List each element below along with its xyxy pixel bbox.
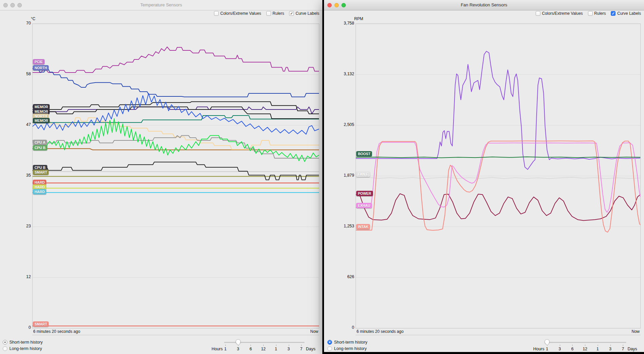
radio-button[interactable] bbox=[327, 340, 332, 345]
slider-tick bbox=[585, 345, 585, 346]
checkbox-box[interactable] bbox=[266, 11, 271, 16]
slider-tick bbox=[289, 345, 289, 346]
checkbox-box[interactable] bbox=[214, 11, 219, 16]
series-memory-indigo bbox=[33, 107, 319, 114]
y-axis-tick-label: 58 bbox=[1, 72, 31, 76]
series-cpu-a-gray bbox=[33, 136, 319, 158]
series-memory-blue bbox=[33, 93, 319, 134]
slider-tick bbox=[598, 345, 598, 346]
y-axis-tick-label: 23 bbox=[1, 224, 31, 228]
radio-long-term-history[interactable]: Long-term history bbox=[3, 345, 43, 352]
zoom-button[interactable] bbox=[17, 3, 22, 7]
y-axis-tick-label: 626 bbox=[324, 274, 354, 279]
titlebar[interactable]: Fan Revolution Sensors bbox=[324, 0, 644, 10]
checkbox-colors-extreme-values[interactable]: Colors/Extreme Values bbox=[214, 11, 261, 16]
temperature-sensors-window: Temperature Sensors Colors/Extreme Value… bbox=[0, 0, 322, 354]
y-axis-tick-label: 47 bbox=[1, 122, 31, 127]
y-axis-unit: RPM bbox=[354, 16, 363, 21]
slider-tick-label: 12 bbox=[261, 347, 266, 351]
slider-thumb[interactable] bbox=[545, 339, 550, 344]
slider-prefix-label: Hours bbox=[532, 347, 544, 351]
radio-button[interactable] bbox=[327, 346, 332, 351]
series-intake-salmon bbox=[356, 141, 640, 232]
y-axis-tick-label: 3,758 bbox=[324, 21, 354, 26]
radio-label: Long-term history bbox=[334, 346, 367, 351]
slider-tick bbox=[610, 345, 611, 346]
chart-canvas bbox=[33, 24, 319, 328]
curve-label-smart: SMART bbox=[33, 321, 49, 327]
slider-suffix-label: Days bbox=[628, 347, 637, 351]
slider-tick-label: 3 bbox=[237, 347, 239, 351]
window-title: Fan Revolution Sensors bbox=[324, 0, 644, 10]
series-memory-black-1 bbox=[33, 102, 319, 114]
traffic-lights bbox=[327, 3, 346, 7]
y-axis-tick-label: 0 bbox=[324, 325, 354, 330]
checkbox-label: Curve Labels bbox=[617, 11, 641, 16]
slider-tick-label: 1 bbox=[224, 347, 227, 351]
temperature-chart: PCIENORTHMEMORMEMORNORTHMEMORCPU ACPU BC… bbox=[32, 24, 319, 328]
time-range-slider: Hours13612137Days bbox=[532, 337, 640, 352]
minimize-button[interactable] bbox=[10, 3, 15, 7]
curve-label-memor: MEMOR bbox=[33, 118, 50, 123]
radio-long-term-history[interactable]: Long-term history bbox=[327, 345, 367, 352]
series-memory-black-2 bbox=[33, 107, 319, 119]
slider-tick-label: 12 bbox=[583, 347, 587, 351]
slider-tick bbox=[276, 345, 276, 346]
zoom-button[interactable] bbox=[341, 3, 346, 7]
checkbox-label: Colors/Extreme Values bbox=[542, 11, 583, 16]
slider-tick-label: 1 bbox=[546, 347, 548, 351]
curve-label-power: POWER bbox=[356, 191, 373, 196]
y-axis-tick-label: 0 bbox=[1, 325, 31, 330]
y-axis-tick-label: 1,253 bbox=[324, 224, 354, 228]
titlebar[interactable]: Temperature Sensors bbox=[0, 0, 322, 10]
close-button[interactable] bbox=[3, 3, 8, 7]
slider-tick-label: 6 bbox=[571, 347, 574, 351]
x-axis-end-label: Now bbox=[632, 329, 640, 334]
slider-tick bbox=[572, 345, 573, 346]
checkbox-box[interactable] bbox=[536, 11, 540, 16]
close-button[interactable] bbox=[327, 3, 332, 7]
radio-button[interactable] bbox=[3, 346, 7, 351]
slider-tick-label: 3 bbox=[558, 347, 561, 351]
chart-canvas bbox=[356, 24, 640, 328]
checkbox-box[interactable] bbox=[588, 11, 593, 16]
slider-tick-label: 7 bbox=[300, 347, 303, 351]
slider-tick bbox=[225, 345, 226, 346]
y-axis-tick-label: 12 bbox=[1, 274, 31, 279]
x-axis-end-label: Now bbox=[310, 329, 318, 334]
curve-label-cpu-a: CPU A bbox=[33, 140, 47, 145]
series-unlabeled-brown bbox=[33, 149, 319, 150]
history-options: Short-term historyLong-term history bbox=[327, 339, 367, 352]
slider-track[interactable] bbox=[546, 342, 626, 343]
slider-tick-label: 7 bbox=[622, 347, 624, 351]
x-axis-start-label: 6 minutes 20 seconds ago bbox=[357, 329, 404, 334]
window-title: Temperature Sensors bbox=[0, 0, 322, 10]
series-cpu-b-green bbox=[33, 119, 319, 162]
curve-label-boost: BOOST bbox=[356, 151, 372, 157]
curve-label-cpu-b: CPU B bbox=[33, 145, 47, 150]
checkbox-label: Rulers bbox=[273, 11, 284, 16]
minimize-button[interactable] bbox=[334, 3, 339, 7]
radio-short-term-history[interactable]: Short-term history bbox=[3, 339, 43, 345]
curve-label-exhau: EXHAU bbox=[356, 203, 372, 208]
slider-suffix-label: Days bbox=[306, 347, 315, 351]
radio-short-term-history[interactable]: Short-term history bbox=[327, 339, 367, 345]
checkbox-row: Colors/Extreme ValuesRulers✓Curve Labels bbox=[214, 11, 319, 16]
checkbox-colors-extreme-values[interactable]: Colors/Extreme Values bbox=[536, 11, 583, 16]
checkbox-box[interactable]: ✓ bbox=[611, 11, 615, 16]
slider-tick-label: 3 bbox=[287, 347, 290, 351]
checkbox-box[interactable]: ✓ bbox=[289, 11, 294, 16]
slider-tick bbox=[251, 345, 251, 346]
slider-thumb[interactable] bbox=[235, 339, 240, 344]
checkbox-curve-labels[interactable]: ✓Curve Labels bbox=[289, 11, 319, 16]
checkbox-rulers[interactable]: Rulers bbox=[588, 11, 606, 16]
checkbox-label: Colors/Extreme Values bbox=[220, 11, 261, 16]
slider-tick-label: 1 bbox=[596, 347, 599, 351]
checkbox-label: Curve Labels bbox=[296, 11, 319, 16]
fan-revolution-sensors-window: Fan Revolution Sensors Colors/Extreme Va… bbox=[324, 0, 644, 352]
checkbox-curve-labels[interactable]: ✓Curve Labels bbox=[611, 11, 641, 16]
series-exhaust-pink bbox=[356, 142, 640, 213]
radio-label: Long-term history bbox=[9, 346, 42, 351]
radio-button[interactable] bbox=[3, 340, 7, 345]
checkbox-rulers[interactable]: Rulers bbox=[266, 11, 284, 16]
